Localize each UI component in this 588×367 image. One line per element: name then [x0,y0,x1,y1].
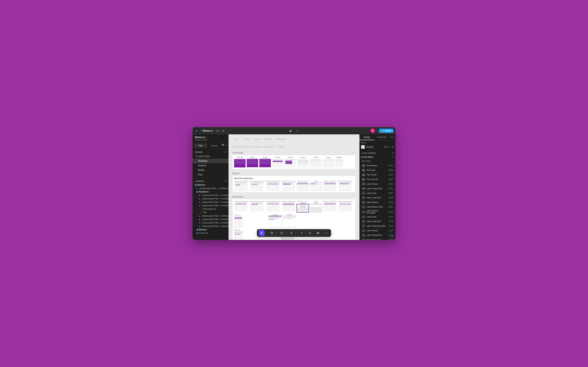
page-user-flows[interactable]: User Flows [192,154,229,159]
food-frame-3[interactable]: Desktop [259,157,271,167]
page-mobile[interactable]: Mobile [192,168,229,172]
tool-pen-chevron[interactable]: ▾ [295,232,296,234]
master-frame-1[interactable]: Standard (no allergens) [234,180,248,191]
tool-code[interactable]: </> [323,230,329,236]
ts-label-medium-actionable[interactable]: Ag Label Medium Actionable 18/22 [361,209,394,215]
ts-label-medium[interactable]: Ag Label Medium 18/22 [361,200,394,205]
food-frame-4[interactable]: Desktop [272,157,284,167]
search-icon[interactable]: 🔍 [222,144,225,148]
layer-title[interactable]: T Title [192,211,229,214]
master-frame-7[interactable]: Multiple + More Prices [323,180,337,191]
ts-title-xsmall[interactable]: Ag Title XSmall 22/28 [361,172,394,177]
tab-design[interactable]: Design [359,134,374,140]
pages-section-header[interactable]: Pages ▾ [192,150,229,154]
ai-button[interactable]: AI [216,129,220,132]
zoom-indicator[interactable]: 7% ▾ [389,134,396,140]
page-color-row[interactable]: E5E5E5 100 % 👁 [361,145,394,149]
layer-org-sub-8[interactable]: ◈ _Organization/Title + Line/Sub [192,225,229,228]
tab-file[interactable]: File [194,144,207,148]
layer-org-sub-1[interactable]: ◈ _Organization/Title + Line/Sub [192,193,229,197]
figma-logo-icon[interactable] [194,129,199,133]
tool-pen[interactable] [289,230,294,236]
obj-frame-1[interactable]: Standard (no allergens) [234,201,248,213]
tool-select[interactable] [259,230,265,236]
frame-xs[interactable]: GS 320-478 [232,138,241,148]
help-button[interactable]: ? [390,234,394,238]
user-chevron[interactable]: ▾ [377,130,377,132]
layer-frame-34[interactable]: ▣ Frame 34 [192,231,229,235]
page-color-swatch[interactable] [361,145,365,149]
ts-label-small-bold[interactable]: Ag Label Small Bold 16/20 [361,219,394,224]
food-frame-1[interactable]: ◈ Desktop [234,157,246,167]
ts-label-xlarge-bold[interactable]: Ag Label XLarge Bold 24/32 [361,186,394,191]
layer-org-sub-5[interactable]: ◈ _Organization/Title + Line/Sub [192,214,229,217]
obj-desktop-big-2[interactable]: Desktop [283,214,296,227]
tool-shape[interactable] [279,230,285,236]
tool-text[interactable]: T [299,230,304,236]
layout-toggle[interactable]: ⊞ [221,129,225,132]
tool-ellipse[interactable] [307,230,313,236]
layer-org-sub-3[interactable]: ◈ _Organization/Title + Line/Sub [192,200,229,204]
layer-headlines[interactable]: ▣ Headlines [192,190,229,193]
canvas-area[interactable]: GS 320-478 SM 420-767 [229,134,359,240]
obj-frame-8[interactable]: Multiple (more than lunch) [338,201,353,213]
layer-rect-26[interactable]: ▭ Rectangle 26 [192,207,229,211]
master-frame-8[interactable]: Multiple (more than lunch) [338,180,353,191]
obj-frame-40[interactable]: Frame 40 [234,214,242,228]
frame-md[interactable]: MD 768-1023 [252,138,261,148]
page-mockups[interactable]: ◈ Mockups [192,159,229,163]
food-frame-6[interactable]: Desktop [297,157,309,167]
obj-frame-41[interactable]: Frame 41 [234,229,242,240]
ts-title-medium[interactable]: Ag Title Medium 42/52 [361,163,394,168]
tab-prototype[interactable]: Prototype [374,134,389,140]
add-page-icon[interactable]: + [225,144,227,148]
master-frame-3[interactable]: Standard (allergens info) [266,180,281,191]
page-desktop[interactable]: Desktop [192,163,229,168]
ts-title-small[interactable]: Ag Title Small 30/38 [361,168,394,172]
ts-label-xsmall[interactable]: Ag Label XSmall 14/18 [361,228,394,233]
food-frame-8[interactable]: Desktop [322,157,334,167]
obj-frame-5[interactable]: Standard + Burza Desktop [296,201,309,213]
ts-label-large[interactable]: Ag Label Large 20/26 [361,191,394,195]
tool-frame-chevron[interactable]: ▾ [276,232,277,234]
page-ipad[interactable]: iPad [192,172,229,177]
tool-frame[interactable] [269,230,275,236]
layer-org-sub-2[interactable]: ◈ _Organization/Title + Line/Sub [192,197,229,200]
obj-desktop-big-1[interactable]: Desktop [268,214,282,227]
present-chevron[interactable]: ▾ [294,128,300,133]
frame-lg[interactable]: LG 1024-1439 [263,138,273,148]
ts-label-small[interactable]: Ag Label Small 16/20 [361,215,394,219]
master-frame-2[interactable]: Standard (allergens alerts) [249,180,265,191]
ts-label-medium-bold[interactable]: Ag Label Medium Bold 18/22 [361,205,394,209]
tool-shape-chevron[interactable]: ▾ [285,232,286,234]
tool-components[interactable] [315,230,321,236]
tool-select-chevron[interactable]: ▾ [266,232,267,234]
eye-icon[interactable]: 👁 [392,146,394,148]
layer-org-sub-7[interactable]: ◈ _Organization/Title + Line/Sub [192,221,229,225]
layers-section-header[interactable]: Layers ▾ [192,179,229,183]
share-button[interactable]: 🔒 Share [379,129,394,133]
obj-frame-3[interactable]: Standard (allergens info) [266,201,281,213]
layer-org-title-1[interactable]: ◈ _Organization/Title + Line/Main [192,187,229,190]
master-frame-4[interactable]: Standard + More Prices [281,180,295,191]
master-frame-6[interactable]: Multiple [310,180,322,191]
frame-xl[interactable]: XL 1440+ [274,138,287,148]
obj-frame-7[interactable]: Multiple + More Prices [323,201,337,213]
layer-org-sub-4[interactable]: ◈ _Organization/Title + Line/Sub [192,204,229,207]
menu-chevron-icon[interactable]: ▾ [200,130,201,132]
ts-label-xlarge[interactable]: Ag Label XLarge 24/32 [361,182,394,186]
food-frame-9[interactable]: Desktop [335,157,343,167]
ts-label-large-bold[interactable]: Ag Label Large Bold 20/26 [361,195,394,200]
ts-title-xxsmall[interactable]: Ag Title XXSmall 18/24 [361,177,394,182]
tab-assets[interactable]: Assets [208,144,221,148]
play-button[interactable]: ▶ [288,128,294,133]
food-frame-2[interactable]: Desktop [247,157,258,167]
layer-masters-1[interactable]: ▣ Masters [192,183,229,187]
food-frame-7[interactable]: Desktop [310,157,321,167]
obj-frame-2[interactable]: Standard (allergens alerts) [249,201,265,213]
obj-frame-4[interactable]: Standard + More Prices [281,201,295,213]
master-frame-5[interactable]: Standard + Burza [296,180,309,191]
local-styles-add-btn[interactable]: + [391,155,394,158]
local-vars-settings-icon[interactable]: ⊕ [392,152,393,154]
food-frame-5[interactable]: Desktop [285,157,296,167]
